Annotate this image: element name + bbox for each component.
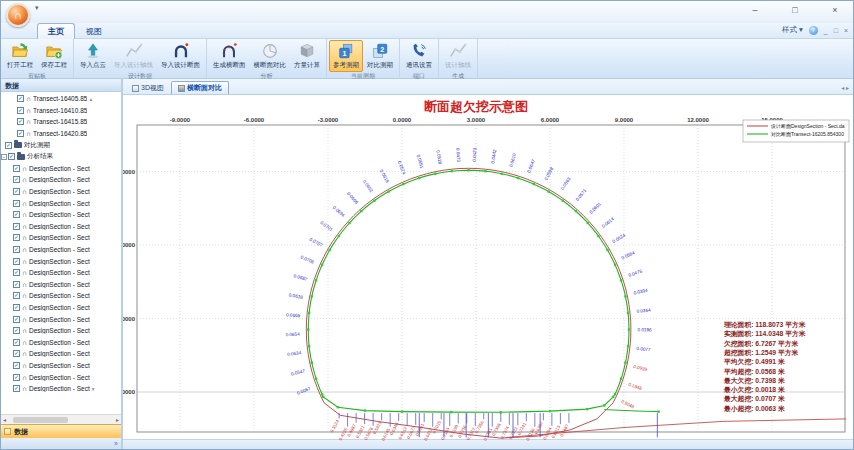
checkbox[interactable]: ✓ bbox=[13, 385, 20, 392]
tree-item-analysis-results[interactable]: −✓分析结果 bbox=[1, 151, 121, 163]
checkbox[interactable]: ✓ bbox=[13, 165, 20, 172]
cross-section-chart: -9.0000-6.0000-3.00000.00003.00006.00009… bbox=[123, 95, 854, 441]
checkbox[interactable]: ✓ bbox=[13, 327, 20, 334]
tree-horizontal-scrollbar[interactable]: ◂ ▸ bbox=[1, 414, 121, 424]
checkbox[interactable]: ✓ bbox=[13, 188, 20, 195]
save-project-button[interactable]: 保存工程 bbox=[37, 40, 71, 72]
checkbox[interactable]: ✓ bbox=[13, 281, 20, 288]
minimize-button[interactable]: – bbox=[743, 3, 767, 18]
scroll-left-icon[interactable]: ◂ bbox=[3, 416, 6, 423]
checkbox[interactable]: ✓ bbox=[13, 258, 20, 265]
sidebar-data-tab[interactable]: 数据 bbox=[1, 424, 121, 438]
panel-options-icon[interactable]: » bbox=[114, 440, 118, 447]
tree-item-transect[interactable]: ✓∩Transect-16415.85 bbox=[1, 116, 121, 128]
tree-item-label: DesignSection - Sect bbox=[29, 304, 90, 311]
scrollbar-thumb[interactable] bbox=[13, 417, 68, 423]
ribbon-button-label: 通讯设置 bbox=[406, 61, 432, 70]
tree-item-design-section[interactable]: ✓∩DesignSection - Sect bbox=[1, 313, 121, 325]
tree-item-transect[interactable]: ✓∩Transect-16405.85▴ bbox=[1, 93, 121, 105]
open-project-button[interactable]: 打开工程 bbox=[3, 40, 37, 72]
help-button[interactable]: ? bbox=[809, 26, 818, 35]
tree-expander-icon[interactable]: − bbox=[1, 154, 7, 160]
checkbox[interactable]: ✓ bbox=[13, 211, 20, 218]
checkbox[interactable]: ✓ bbox=[13, 374, 20, 381]
import-section-button[interactable]: 导入设计断面 bbox=[157, 40, 204, 72]
tree-item-design-section[interactable]: ✓∩DesignSection - Sect bbox=[1, 336, 121, 348]
close-button[interactable]: × bbox=[823, 3, 847, 18]
comm-settings-button[interactable]: 通讯设置 bbox=[402, 40, 436, 72]
import-axis-button[interactable]: 导入设计轴线 bbox=[110, 40, 157, 72]
tree-item-design-section[interactable]: ✓∩DesignSection - Sect bbox=[1, 325, 121, 337]
design-axis-button[interactable]: 设计轴线 bbox=[441, 40, 475, 72]
tab-scroll-icons[interactable]: ◂ ▸ bbox=[841, 84, 849, 91]
tree-item-design-section[interactable]: ✓∩DesignSection - Sect bbox=[1, 209, 121, 221]
scroll-marker-icon[interactable]: ▴ bbox=[89, 96, 92, 102]
gen-section-button[interactable]: 生成横断面 bbox=[209, 40, 250, 72]
cmp-period-button[interactable]: 2对比测期 bbox=[363, 40, 397, 72]
checkbox[interactable]: ✓ bbox=[8, 153, 15, 160]
tunnel-section-icon: ∩ bbox=[26, 118, 31, 125]
stat-line: 最小超挖: 0.0063 米 bbox=[723, 405, 785, 413]
maximize-button[interactable]: □ bbox=[783, 3, 807, 18]
tree-item-design-section[interactable]: ✓∩DesignSection - Sect bbox=[1, 186, 121, 198]
doc-close-button[interactable]: × bbox=[844, 27, 848, 34]
checkbox[interactable]: ✓ bbox=[17, 95, 24, 102]
scroll-marker-icon[interactable]: ▾ bbox=[92, 386, 95, 392]
doc-minimize-button[interactable]: _ bbox=[824, 27, 828, 34]
checkbox[interactable]: ✓ bbox=[13, 223, 20, 230]
tree-item-compare-period[interactable]: ✓对比测期 bbox=[1, 139, 121, 151]
tree-item-design-section[interactable]: ✓∩DesignSection - Sect bbox=[1, 163, 121, 175]
checkbox[interactable]: ✓ bbox=[13, 292, 20, 299]
checkbox[interactable]: ✓ bbox=[13, 350, 20, 357]
tree-item-design-section[interactable]: ✓∩DesignSection - Sect bbox=[1, 197, 121, 209]
tree-item-design-section[interactable]: ✓∩DesignSection - Sect bbox=[1, 302, 121, 314]
checkbox[interactable]: ✓ bbox=[13, 234, 20, 241]
checkbox[interactable]: ✓ bbox=[13, 316, 20, 323]
tree-item-design-section[interactable]: ✓∩DesignSection - Sect▾ bbox=[1, 383, 121, 395]
ribbon-button-label: 设计轴线 bbox=[445, 61, 471, 70]
tree-item-design-section[interactable]: ✓∩DesignSection - Sect bbox=[1, 371, 121, 383]
tree-item-design-section[interactable]: ✓∩DesignSection - Sect bbox=[1, 348, 121, 360]
scroll-right-icon[interactable]: ▸ bbox=[116, 416, 119, 423]
checkbox[interactable]: ✓ bbox=[13, 339, 20, 346]
checkbox[interactable]: ✓ bbox=[13, 304, 20, 311]
ref-period-button[interactable]: 1参考测期 bbox=[329, 40, 363, 72]
tree-item-design-section[interactable]: ✓∩DesignSection - Sect bbox=[1, 232, 121, 244]
stat-line: 实测面积: 114.0348 平方米 bbox=[724, 330, 806, 338]
tree-item-design-section[interactable]: ✓∩DesignSection - Sect bbox=[1, 290, 121, 302]
checkbox[interactable]: ✓ bbox=[17, 107, 24, 114]
checkbox[interactable]: ✓ bbox=[17, 130, 24, 137]
tree-item-design-section[interactable]: ✓∩DesignSection - Sect bbox=[1, 279, 121, 291]
checkbox[interactable]: ✓ bbox=[13, 176, 20, 183]
legend-label: 设计断面DesignSection - Sect.da bbox=[770, 123, 845, 130]
checkbox[interactable]: ✓ bbox=[17, 118, 24, 125]
tree-item-transect[interactable]: ✓∩Transect-16420.85 bbox=[1, 128, 121, 140]
compare-section-button[interactable]: 横断面对比 bbox=[250, 40, 291, 72]
tree-item-label: DesignSection - Sect bbox=[29, 246, 90, 253]
import-pointcloud-button[interactable]: 导入点云 bbox=[76, 40, 110, 72]
tree-item-transect[interactable]: ✓∩Transect-16410.85 bbox=[1, 105, 121, 117]
ribbon-tab-0[interactable]: 主页 bbox=[37, 23, 75, 39]
tree-item-design-section[interactable]: ✓∩DesignSection - Sect bbox=[1, 267, 121, 279]
tree-item-design-section[interactable]: ✓∩DesignSection - Sect bbox=[1, 174, 121, 186]
checkbox[interactable]: ✓ bbox=[13, 269, 20, 276]
doc-restore-button[interactable]: □ bbox=[834, 27, 838, 34]
doc-tab-0[interactable]: 3D视图 bbox=[125, 81, 171, 94]
checkbox[interactable]: ✓ bbox=[13, 362, 20, 369]
ribbon-tab-1[interactable]: 视图 bbox=[75, 23, 113, 39]
style-dropdown[interactable]: 样式 ▾ bbox=[782, 25, 803, 35]
tree-item-design-section[interactable]: ✓∩DesignSection - Sect bbox=[1, 244, 121, 256]
folder-icon bbox=[17, 154, 25, 160]
doc-tab-1[interactable]: 横断面对比 bbox=[171, 81, 229, 94]
app-menu-button[interactable]: ∩ bbox=[6, 3, 30, 27]
tree-item-design-section[interactable]: ✓∩DesignSection - Sect bbox=[1, 255, 121, 267]
checkbox[interactable]: ✓ bbox=[5, 142, 12, 149]
checkbox[interactable]: ✓ bbox=[13, 200, 20, 207]
checkbox[interactable]: ✓ bbox=[13, 246, 20, 253]
tree-item-label: Transect-16410.85 bbox=[33, 107, 87, 114]
tree-item-design-section[interactable]: ✓∩DesignSection - Sect bbox=[1, 360, 121, 372]
tree-item-design-section[interactable]: ✓∩DesignSection - Sect bbox=[1, 221, 121, 233]
quick-access-dropdown-icon[interactable]: ▾ bbox=[35, 4, 39, 12]
stat-line: 超挖面积: 1.2549 平方米 bbox=[724, 349, 799, 357]
volume-calc-button[interactable]: 方量计算 bbox=[290, 40, 324, 72]
